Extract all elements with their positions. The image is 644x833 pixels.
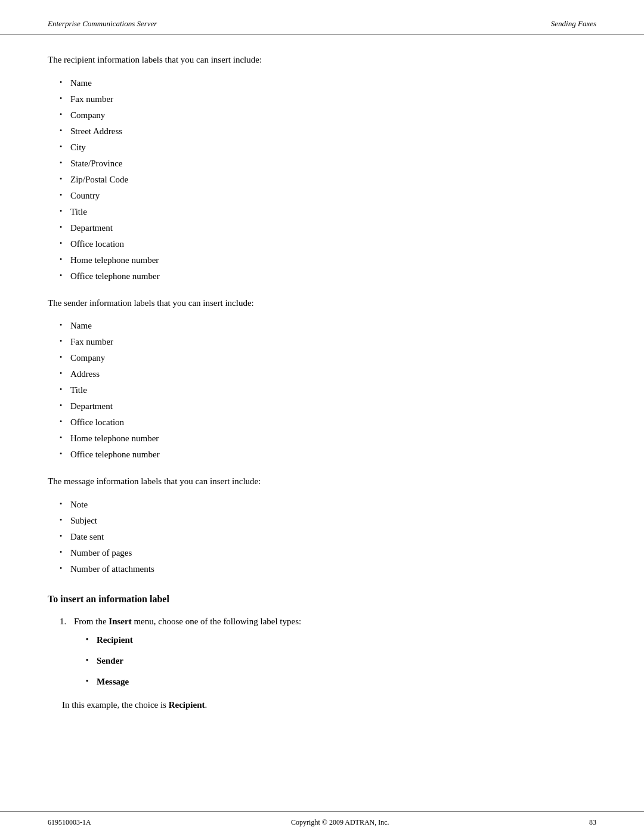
sender-intro: The sender information labels that you c…: [48, 296, 596, 310]
list-item: Note: [60, 497, 596, 513]
example-bold: Recipient: [169, 700, 205, 710]
list-item: Department: [60, 398, 596, 414]
list-item: Home telephone number: [60, 431, 596, 447]
example-text: In this example, the choice is Recipient…: [48, 698, 596, 712]
label-types-list: RecipientSenderMessage: [74, 632, 596, 690]
list-item: Country: [60, 188, 596, 204]
footer-right: 83: [589, 818, 596, 827]
list-item: Company: [60, 107, 596, 123]
example-after: .: [205, 700, 208, 710]
list-item: Office location: [60, 236, 596, 252]
procedure-steps: From the Insert menu, choose one of the …: [48, 614, 596, 690]
page-header: Enterprise Communications Server Sending…: [0, 0, 644, 35]
list-item: Zip/Postal Code: [60, 172, 596, 188]
list-item: Fax number: [60, 91, 596, 107]
page: Enterprise Communications Server Sending…: [0, 0, 644, 833]
procedure-heading: To insert an information label: [48, 594, 596, 605]
list-item: Company: [60, 350, 596, 366]
recipient-intro: The recipient information labels that yo…: [48, 53, 596, 67]
recipient-list: NameFax numberCompanyStreet AddressCityS…: [48, 75, 596, 284]
page-footer: 619510003-1A Copyright © 2009 ADTRAN, In…: [0, 812, 644, 833]
example-before: In this example, the choice is: [62, 700, 169, 710]
list-item: Department: [60, 220, 596, 236]
step1-text-after: menu, choose one of the following label …: [132, 617, 302, 626]
list-item: Address: [60, 366, 596, 382]
step1-bold: Insert: [109, 617, 131, 626]
procedure-step-1: From the Insert menu, choose one of the …: [60, 614, 596, 690]
footer-left: 619510003-1A: [48, 818, 91, 827]
list-item: Date sent: [60, 529, 596, 545]
list-item: Name: [60, 318, 596, 334]
list-item: Home telephone number: [60, 252, 596, 268]
list-item: Message: [86, 674, 596, 690]
message-list: NoteSubjectDate sentNumber of pagesNumbe…: [48, 497, 596, 577]
step1-text-before: From the: [74, 617, 109, 626]
list-item: Fax number: [60, 334, 596, 350]
footer-center: Copyright © 2009 ADTRAN, Inc.: [291, 818, 389, 827]
list-item: Sender: [86, 653, 596, 669]
list-item: Recipient: [86, 632, 596, 648]
page-content: The recipient information labels that yo…: [0, 53, 644, 812]
list-item: City: [60, 140, 596, 156]
list-item: Number of attachments: [60, 561, 596, 577]
list-item: Office telephone number: [60, 268, 596, 284]
list-item: Title: [60, 204, 596, 220]
list-item: Office location: [60, 414, 596, 431]
list-item: State/Province: [60, 156, 596, 172]
list-item: Subject: [60, 513, 596, 529]
list-item: Street Address: [60, 123, 596, 140]
list-item: Title: [60, 382, 596, 398]
list-item: Office telephone number: [60, 447, 596, 463]
header-right: Sending Faxes: [551, 19, 596, 29]
sender-list: NameFax numberCompanyAddressTitleDepartm…: [48, 318, 596, 463]
list-item: Number of pages: [60, 545, 596, 561]
message-intro: The message information labels that you …: [48, 475, 596, 488]
list-item: Name: [60, 75, 596, 91]
header-left: Enterprise Communications Server: [48, 19, 157, 29]
